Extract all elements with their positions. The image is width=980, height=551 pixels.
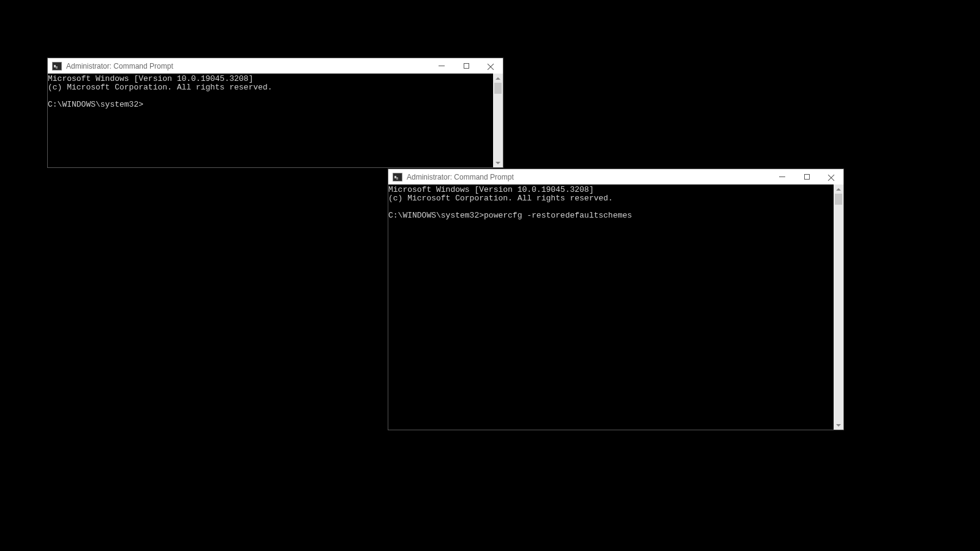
window-title: Administrator: Command Prompt	[66, 62, 429, 70]
terminal-output[interactable]: Microsoft Windows [Version 10.0.19045.32…	[48, 74, 493, 167]
client-area: Microsoft Windows [Version 10.0.19045.32…	[48, 74, 503, 167]
client-area: Microsoft Windows [Version 10.0.19045.32…	[388, 184, 843, 430]
chevron-up-icon	[836, 188, 841, 191]
close-button[interactable]	[478, 58, 503, 74]
minimize-icon	[439, 66, 445, 66]
chevron-down-icon	[496, 162, 500, 164]
scroll-down-button[interactable]	[493, 158, 503, 167]
cmd-icon	[52, 62, 62, 70]
minimize-icon	[779, 177, 785, 177]
chevron-up-icon	[496, 77, 500, 80]
window-title: Administrator: Command Prompt	[407, 173, 770, 181]
cmd-icon	[393, 173, 402, 181]
cmd-window-2: Administrator: Command Prompt Microsoft …	[388, 169, 844, 430]
window-controls	[429, 58, 503, 74]
minimize-button[interactable]	[429, 58, 454, 74]
titlebar[interactable]: Administrator: Command Prompt	[388, 169, 843, 184]
close-icon	[827, 173, 835, 181]
scroll-track[interactable]	[834, 194, 843, 420]
chevron-down-icon	[836, 424, 841, 427]
scroll-track[interactable]	[493, 83, 503, 158]
scroll-thumb[interactable]	[835, 194, 842, 205]
close-icon	[487, 63, 494, 70]
scroll-up-button[interactable]	[834, 184, 843, 194]
scroll-thumb[interactable]	[494, 83, 502, 94]
scrollbar	[493, 74, 503, 167]
scrollbar	[834, 184, 843, 430]
cmd-window-1: Administrator: Command Prompt Microsoft …	[47, 58, 503, 168]
scroll-down-button[interactable]	[834, 420, 843, 430]
maximize-icon	[804, 174, 810, 180]
scroll-up-button[interactable]	[493, 74, 503, 83]
window-controls	[770, 169, 843, 184]
maximize-icon	[464, 63, 469, 69]
titlebar[interactable]: Administrator: Command Prompt	[48, 58, 503, 74]
maximize-button[interactable]	[794, 169, 819, 184]
terminal-output[interactable]: Microsoft Windows [Version 10.0.19045.32…	[388, 184, 834, 430]
minimize-button[interactable]	[770, 169, 794, 184]
maximize-button[interactable]	[454, 58, 478, 74]
close-button[interactable]	[819, 169, 843, 184]
